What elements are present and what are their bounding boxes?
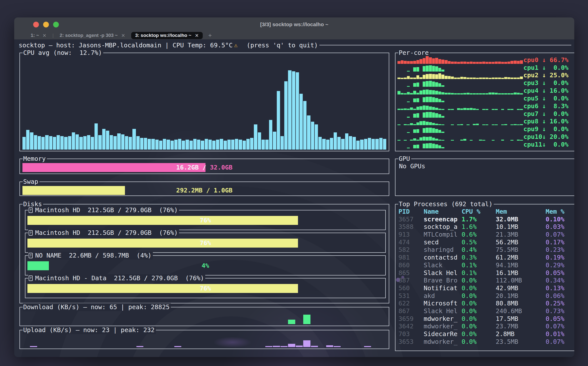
core-label: cpu5 ↓ 0.0% [523,95,572,102]
bar [435,144,438,148]
tab-2-close-icon[interactable]: ✕ [121,33,125,38]
bar [334,346,341,347]
col-pid: PID [398,208,424,216]
tab-1-label: 1: ~ [31,33,39,38]
memory-panel-title: Memory [23,155,47,163]
bar [413,138,416,141]
bar [246,139,250,150]
process-mem: 42.9MB [496,284,546,292]
process-cpu: 0.0% [462,330,496,338]
bar [410,107,413,110]
bar [432,144,435,148]
core-sparkline [397,133,523,141]
process-memp: 0.01% [546,330,564,338]
bar [407,148,410,148]
bar [227,140,231,150]
bar [514,61,517,64]
bar [110,135,113,150]
process-pid: 887 [398,277,424,284]
bar [423,58,426,64]
bar [416,83,419,87]
bar [155,140,159,150]
bar [413,91,416,94]
bar [87,135,90,150]
process-name: mdworker_ [424,315,462,323]
zoom-window-button[interactable] [53,22,59,27]
bar [303,101,306,150]
tab-3-active[interactable]: 3: socktop ws://localho ~ ✕ [131,32,203,39]
process-memp: 0.07% [546,231,564,239]
bar [322,139,325,150]
bar [413,83,416,87]
bar [432,58,435,64]
bar [231,140,234,150]
bar [76,134,79,150]
bar [416,98,419,102]
host-temp-text: socktop — host: Jasons-MBP.localdomain |… [19,42,233,49]
warning-icon: ⚠ [233,42,239,48]
bar [140,138,143,150]
tab-1[interactable]: 1: ~ ✕ [28,32,49,39]
traffic-lights [33,17,59,31]
process-row: 474secd0.5%56.2MB0.17% [398,239,574,246]
bar [473,62,476,64]
bar [98,135,101,150]
bar [429,97,432,102]
new-tab-button[interactable]: + [206,32,214,39]
process-cpu: 0.0% [462,307,496,315]
disk-title: ?Macintosh HD - Data 212.5GB / 279.0GB (… [28,274,205,282]
bar [426,90,429,94]
bar [470,108,473,110]
core-label: cpu10↓ 20.0% [523,133,572,141]
bar [34,135,37,150]
close-window-button[interactable] [33,22,39,27]
minimize-window-button[interactable] [43,22,49,27]
bar [413,61,416,64]
process-name: contactsd [424,254,462,262]
bar [423,105,426,110]
bar [507,77,510,79]
bar [243,141,246,150]
core-row: cpu1 ↓ 0.0% [397,64,572,72]
core-sparkline [397,125,523,133]
col-cpu: CPU % [462,208,496,216]
col-mem: Mem [496,208,546,216]
process-row: 3659mdworker_0.0%17.5MB0.05% [398,315,574,323]
quit-hint-text: (press 'q' to quit) [239,42,318,49]
bar [448,61,451,64]
tab-2-label: 2: socktop_agent -p 303 ~ [60,33,118,38]
bar [148,139,151,150]
disk-title: ?Macintosh HD 212.5GB / 279.0GB (76%) [28,229,179,237]
process-cpu: 0.0% [462,323,496,330]
process-memp: 0.25% [546,300,564,307]
process-mem: 17.5MB [496,315,546,323]
bar [426,112,429,117]
process-mem: 80.8MB [496,300,546,307]
bar [438,73,441,79]
bar [288,320,295,324]
core-sparkline [397,94,523,102]
bar [416,113,419,117]
bar [383,139,386,150]
bar [341,139,344,150]
bar [432,128,435,133]
bar [193,139,196,150]
process-memp: 0.07% [546,338,564,346]
tab-2[interactable]: 2: socktop_agent -p 303 ~ ✕ [57,32,128,39]
bar [372,139,375,150]
bar [45,135,48,150]
bar [136,136,140,150]
tab-1-close-icon[interactable]: ✕ [42,33,46,38]
bar [410,78,413,79]
bar [303,315,310,324]
window-titlebar[interactable]: [3/3] socktop ws://localho ~ [14,17,574,31]
tab-3-close-icon[interactable]: ✕ [195,33,199,38]
bar [429,137,432,141]
bar [265,140,269,150]
upload-panel-title: Upload (KB/s) — now: 23 | peak: 232 [23,326,156,334]
bar [326,140,329,150]
core-label: cpu3 ↓ 0.0% [523,79,572,87]
per-core-panel-title: Per-core [398,49,430,57]
core-row: cpu6 ↓ 8.3% [397,102,572,110]
bar [432,97,435,102]
